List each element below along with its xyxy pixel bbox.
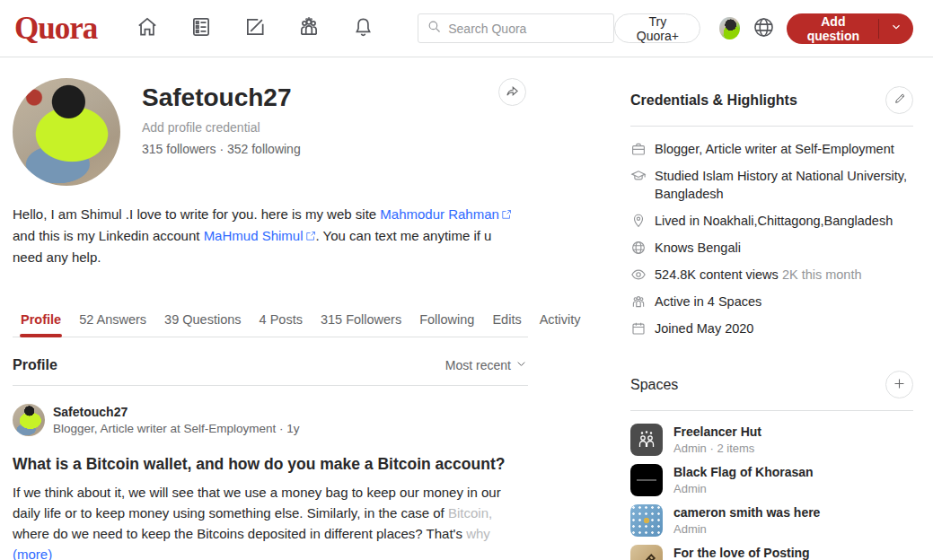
- location-pin-icon: [630, 213, 647, 229]
- post-author-avatar[interactable]: [13, 404, 45, 436]
- space-name: Freelancer Hut: [673, 424, 761, 440]
- spaces-list: Freelancer Hut Admin · 2 items Black Fla…: [630, 424, 913, 560]
- create-space-button[interactable]: [885, 371, 913, 398]
- following-link[interactable]: 352 following: [227, 142, 301, 156]
- external-link-icon: [501, 205, 512, 225]
- post-author-meta: Blogger, Article writer at Self-Employme…: [53, 422, 300, 435]
- pencil-edit-icon: [893, 92, 907, 109]
- credential-item-employment: Blogger, Article writer at Self-Employme…: [630, 140, 913, 158]
- globe-icon: [630, 240, 647, 256]
- lists-button[interactable]: [174, 7, 228, 50]
- people-icon: [630, 293, 647, 310]
- credential-item-spaces: Active in 4 Spaces: [630, 293, 913, 311]
- profile-info: Safetouch27 Add profile credential 315 f…: [142, 78, 301, 186]
- answer-pencil-icon: [243, 15, 267, 41]
- post-title[interactable]: What is a Bitcoin wallet, and how do you…: [13, 455, 528, 474]
- calendar-icon: [630, 320, 647, 337]
- credential-item-views: 524.8K content views 2K this month: [630, 266, 913, 284]
- more-link[interactable]: (more): [13, 547, 52, 560]
- credentials-card: Credentials & Highlights Blogger, Articl…: [630, 86, 913, 337]
- add-question-menu-button[interactable]: [879, 13, 913, 44]
- space-item-cameron-smith[interactable]: cameron smith was here Admin: [630, 504, 913, 537]
- space-meta: Admin: [673, 522, 820, 536]
- post-body-fade: Bitcoin,: [448, 505, 492, 521]
- post-header: Safetouch27 Blogger, Article writer at S…: [13, 404, 528, 436]
- tab-questions[interactable]: 39 Questions: [163, 307, 242, 337]
- credential-text: Lived in Noakhali,Chittagong,Bangladesh: [655, 212, 893, 230]
- credential-text: 524.8K content views 2K this month: [655, 266, 862, 284]
- credentials-list: Blogger, Article writer at Self-Employme…: [630, 140, 913, 337]
- plus-icon: [892, 376, 907, 394]
- followers-link[interactable]: 315 followers: [142, 142, 216, 156]
- bio-text: Hello, I am Shimul .I love to write for …: [13, 206, 380, 222]
- bio-text: and this is my Linkedin account: [13, 228, 204, 243]
- spaces-title: Spaces: [630, 377, 678, 393]
- sort-dropdown[interactable]: Most recent: [445, 357, 528, 373]
- spaces-button[interactable]: [282, 7, 336, 50]
- stats-separator: ·: [216, 142, 227, 156]
- right-sidebar: Credentials & Highlights Blogger, Articl…: [630, 57, 913, 560]
- post-body: If we think about it, we will see that w…: [13, 482, 528, 560]
- topbar-right-group: Try Quora+ Add question: [614, 13, 913, 44]
- user-avatar[interactable]: [719, 17, 739, 39]
- main-column: Safetouch27 Add profile credential 315 f…: [13, 57, 528, 560]
- spaces-card: Spaces Freelancer Hut Admin · 2 items B: [630, 371, 913, 560]
- views-this-month: 2K this month: [782, 267, 862, 282]
- language-button[interactable]: [752, 15, 776, 42]
- spaces-header: Spaces: [630, 371, 913, 411]
- page-content: Safetouch27 Add profile credential 315 f…: [0, 57, 933, 560]
- credential-item-education: Studied Islam History at National Univer…: [630, 167, 913, 203]
- notifications-button[interactable]: [336, 7, 390, 50]
- post-author-block: Safetouch27 Blogger, Article writer at S…: [53, 404, 300, 436]
- space-item-text: Black Flag of Khorasan Admin: [673, 465, 814, 495]
- tab-edits[interactable]: Edits: [491, 307, 522, 337]
- credentials-header: Credentials & Highlights: [630, 86, 913, 127]
- space-icon-freelancer-hut: [630, 424, 663, 456]
- edit-credentials-button[interactable]: [885, 86, 913, 114]
- bio-website-link[interactable]: Mahmodur Rahman: [380, 206, 499, 222]
- space-icon-cameron-smith: [630, 504, 663, 537]
- space-icon-black-flag: [630, 464, 663, 496]
- space-meta: Admin · 2 items: [673, 442, 761, 455]
- bell-icon: [352, 16, 374, 41]
- share-profile-button[interactable]: [498, 78, 526, 106]
- space-item-black-flag[interactable]: Black Flag of Khorasan Admin: [630, 464, 913, 496]
- answer-button[interactable]: [228, 7, 282, 50]
- credential-item-joined: Joined May 2020: [630, 319, 913, 337]
- try-quora-plus-button[interactable]: Try Quora+: [614, 13, 700, 43]
- profile-bio: Hello, I am Shimul .I love to write for …: [13, 204, 521, 267]
- space-icon-love-of-posting: [630, 545, 663, 560]
- main-nav-icons: [120, 7, 390, 50]
- space-name: cameron smith was here: [673, 505, 820, 521]
- external-link-icon: [305, 226, 316, 247]
- lists-icon: [189, 15, 213, 41]
- post-author-name[interactable]: Safetouch27: [53, 405, 300, 419]
- post-body-text: If we think about it, we will see that w…: [13, 485, 501, 521]
- chevron-down-icon: [890, 21, 902, 36]
- space-name: For the love of Posting: [673, 546, 810, 560]
- credential-text: Knows Bengali: [655, 239, 741, 257]
- search-input[interactable]: [448, 22, 605, 36]
- home-icon: [136, 15, 159, 41]
- home-button[interactable]: [120, 7, 174, 50]
- profile-photo[interactable]: [13, 78, 120, 186]
- space-item-love-of-posting[interactable]: For the love of Posting Admin: [630, 545, 913, 560]
- bio-linkedin-link[interactable]: MaHmud Shimul: [204, 228, 304, 243]
- tab-following[interactable]: Following: [418, 307, 475, 337]
- tab-posts[interactable]: 4 Posts: [259, 307, 304, 337]
- views-count: 524.8K content views: [655, 267, 782, 282]
- graduation-cap-icon: [630, 168, 647, 184]
- add-profile-credential-link[interactable]: Add profile credential: [142, 120, 301, 135]
- tab-profile[interactable]: Profile: [20, 307, 62, 337]
- feed-section-header: Profile Most recent: [13, 357, 528, 386]
- profile-header: Safetouch27 Add profile credential 315 f…: [13, 78, 528, 186]
- top-navigation-bar: Quora Try Quora+ Add question: [0, 0, 933, 57]
- tab-answers[interactable]: 52 Answers: [78, 307, 147, 337]
- space-meta: Admin: [673, 482, 814, 495]
- tab-followers[interactable]: 315 Followers: [320, 307, 402, 337]
- add-question-button[interactable]: Add question: [787, 13, 879, 44]
- space-item-freelancer-hut[interactable]: Freelancer Hut Admin · 2 items: [630, 424, 913, 456]
- quora-logo[interactable]: Quora: [14, 11, 97, 47]
- add-question-split-button: Add question: [787, 13, 913, 44]
- tab-activity[interactable]: Activity: [539, 307, 582, 337]
